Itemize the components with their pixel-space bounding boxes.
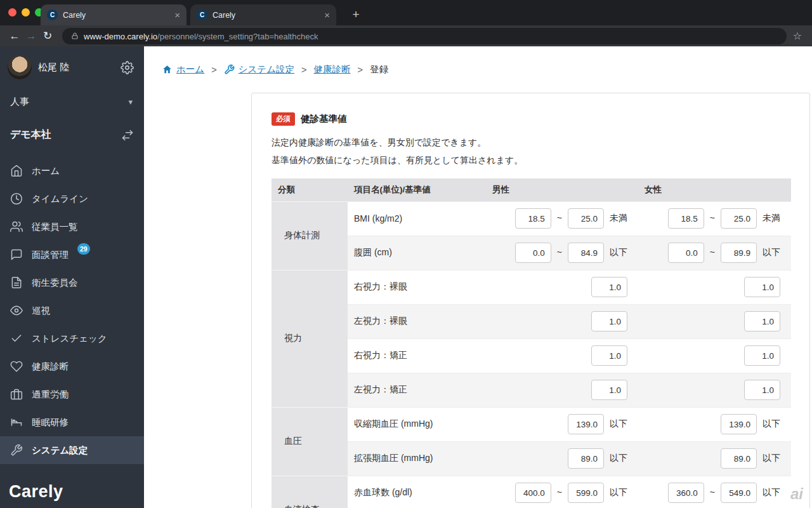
role-selector[interactable]: 人事 ▾	[0, 86, 144, 117]
female-values	[638, 338, 791, 373]
gear-icon[interactable]	[121, 61, 134, 74]
waist-female-min-input[interactable]	[668, 243, 704, 263]
bp-male-input[interactable]	[568, 448, 604, 469]
user-avatar[interactable]	[8, 55, 32, 79]
table-row: 血液検査 赤血球数 (g/dl) ~以下 ~以下	[272, 476, 791, 508]
company-label: デモ本社	[10, 128, 51, 142]
bp-female-input[interactable]	[721, 448, 757, 469]
male-values	[486, 338, 638, 373]
vision-male-input[interactable]	[591, 380, 627, 400]
bmi-female-max-input[interactable]	[721, 208, 757, 229]
rbc-female-max-input[interactable]	[721, 483, 757, 503]
bmi-male-max-input[interactable]	[568, 208, 604, 229]
female-values	[638, 304, 791, 338]
rbc-male-min-input[interactable]	[515, 483, 551, 503]
healthcheck-settings-card: 必須 健診基準値 法定内健康診断の基準値を、男女別で設定できます。 基準値外の数…	[251, 93, 810, 508]
check-icon	[10, 332, 23, 345]
female-values: ~以下	[638, 236, 791, 270]
bp-female-input[interactable]	[721, 414, 757, 434]
address-bar[interactable]: www-demo.carely.io/personnel/system_sett…	[62, 28, 787, 44]
bmi-female-min-input[interactable]	[668, 208, 704, 229]
male-suffix: 以下	[610, 453, 627, 463]
item-label: 右視力：矯正	[348, 338, 486, 373]
vision-female-input[interactable]	[744, 311, 780, 331]
range-separator: ~	[557, 247, 562, 257]
sidebar-item-stresscheck[interactable]: ストレスチェック	[0, 324, 144, 352]
sidebar-item-employees[interactable]: 従業員一覧	[0, 213, 144, 241]
breadcrumb: ホーム > システム設定 > 健康診断 > 登録	[144, 46, 812, 76]
vision-female-input[interactable]	[744, 277, 780, 297]
item-label: 腹囲 (cm)	[348, 236, 486, 270]
rbc-male-max-input[interactable]	[568, 483, 604, 503]
range-separator: ~	[557, 213, 562, 223]
waist-male-max-input[interactable]	[568, 243, 604, 263]
male-values: ~以下	[486, 476, 638, 508]
table-row: 身体計測 BMI (kg/m2) ~未満 ~未満	[272, 201, 791, 236]
sidebar-item-sleep-training[interactable]: 睡眠研修	[0, 408, 144, 436]
tab-title: Carely	[213, 11, 319, 20]
male-suffix: 以下	[610, 247, 627, 257]
sidebar-menu: ホーム タイムライン 従業員一覧 面談管理 29 衛生委員会	[0, 157, 144, 464]
sidebar-item-patrol[interactable]: 巡視	[0, 297, 144, 324]
wrench-icon	[224, 64, 235, 75]
bookmark-star-icon[interactable]: ☆	[793, 30, 802, 42]
minimize-window-button[interactable]	[22, 8, 30, 17]
vision-female-input[interactable]	[744, 380, 780, 400]
vision-female-input[interactable]	[744, 345, 780, 366]
reload-icon[interactable]: ↻	[39, 29, 56, 43]
waist-male-min-input[interactable]	[515, 243, 551, 263]
sidebar-item-hygiene-committee[interactable]: 衛生委員会	[0, 269, 144, 297]
back-icon[interactable]: ←	[6, 30, 23, 43]
sidebar-item-home[interactable]: ホーム	[0, 157, 144, 185]
sidebar-item-label: システム設定	[32, 444, 88, 457]
url-path: /personnel/system_setting?tab=healthchec…	[157, 32, 318, 41]
sidebar-item-label: タイムライン	[32, 193, 88, 205]
browser-tab-inactive[interactable]: C Carely ×	[190, 4, 336, 25]
breadcrumb-home-link[interactable]: ホーム	[162, 64, 204, 76]
switch-company-icon[interactable]	[121, 129, 134, 142]
close-window-button[interactable]	[8, 8, 16, 17]
female-suffix: 未満	[763, 213, 780, 223]
tab-close-icon[interactable]: ×	[324, 10, 330, 20]
required-badge: 必須	[272, 112, 295, 126]
rbc-female-min-input[interactable]	[668, 483, 704, 503]
sidebar-item-system-settings[interactable]: システム設定	[0, 436, 144, 464]
new-tab-button[interactable]: +	[347, 6, 365, 23]
header-item: 項目名(単位)/基準値	[348, 178, 486, 201]
sidebar-item-healthcheck[interactable]: 健康診断	[0, 352, 144, 380]
interview-count-badge: 29	[77, 243, 90, 255]
user-row: 松尾 陸	[0, 46, 144, 86]
vision-male-input[interactable]	[591, 311, 627, 331]
item-label: 左視力：裸眼	[348, 304, 486, 338]
description-line2: 基準値外の数値になった項目は、有所見として算出されます。	[272, 151, 790, 169]
item-label: 拡張期血圧 (mmHg)	[348, 441, 486, 476]
bmi-male-min-input[interactable]	[515, 208, 551, 229]
item-label: 収縮期血圧 (mmHg)	[348, 407, 486, 441]
carely-favicon: C	[197, 10, 207, 20]
bp-male-input[interactable]	[568, 414, 604, 434]
breadcrumb-healthcheck-link[interactable]: 健康診断	[313, 64, 350, 76]
chevron-down-icon: ▾	[128, 97, 133, 107]
sidebar-item-timeline[interactable]: タイムライン	[0, 185, 144, 213]
male-suffix: 未満	[610, 213, 627, 223]
bed-icon	[10, 416, 23, 429]
item-label: 赤血球数 (g/dl)	[348, 476, 486, 508]
sidebar-item-overwork[interactable]: 過重労働	[0, 380, 144, 408]
vision-male-input[interactable]	[591, 345, 627, 366]
female-values: ~以下	[638, 476, 791, 508]
company-selector[interactable]: デモ本社	[0, 117, 144, 152]
male-suffix: 以下	[610, 487, 627, 497]
browser-tab-active[interactable]: C Carely ×	[41, 4, 187, 25]
users-icon	[10, 220, 23, 233]
carely-logo: Carely	[9, 482, 63, 502]
item-label: 右視力：裸眼	[348, 270, 486, 304]
forward-icon[interactable]: →	[23, 30, 39, 43]
breadcrumb-system-setting-link[interactable]: システム設定	[224, 64, 294, 76]
sidebar-item-interviews[interactable]: 面談管理 29	[0, 241, 144, 269]
vision-male-input[interactable]	[591, 277, 627, 297]
waist-female-max-input[interactable]	[721, 243, 757, 263]
breadcrumb-separator: >	[357, 65, 362, 75]
tab-close-icon[interactable]: ×	[174, 10, 180, 20]
female-suffix: 以下	[763, 453, 780, 463]
male-values: 以下	[486, 407, 638, 441]
